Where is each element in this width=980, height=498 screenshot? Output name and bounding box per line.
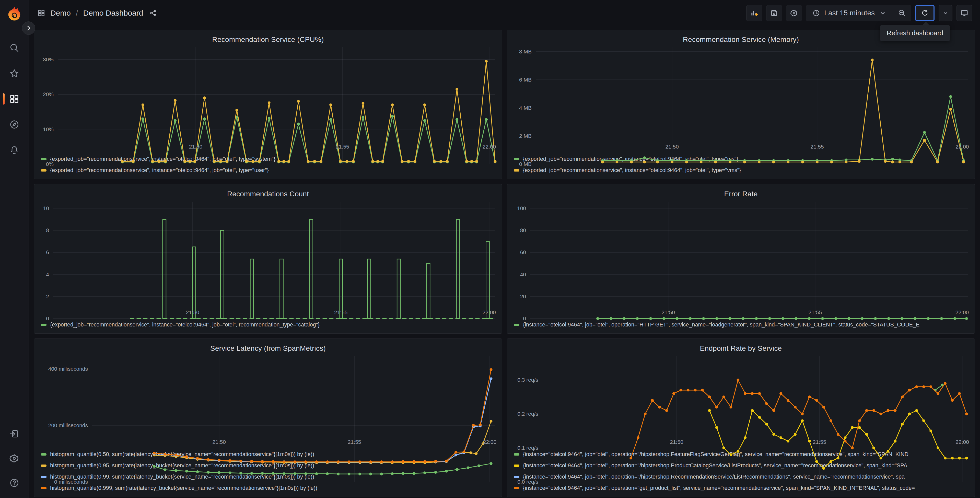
x-tick-label: 21:50 <box>189 144 203 150</box>
y-tick-label: 6 <box>46 249 49 255</box>
y-tick-label: 8 <box>46 227 49 233</box>
panel-title[interactable]: Recommendations Count <box>41 190 495 198</box>
refresh-dashboard-button[interactable] <box>915 5 934 21</box>
y-tick-label: 2 <box>46 294 49 300</box>
x-tick-label: 21:50 <box>662 309 675 316</box>
legend-item[interactable]: {instance="otelcol:9464", job="otel", op… <box>514 319 968 330</box>
legend-label: histogram_quantile(0.999, sum(rate(laten… <box>50 485 317 492</box>
alerting-bell-icon[interactable] <box>8 144 20 156</box>
help-icon[interactable] <box>8 477 20 489</box>
refresh-interval-dropdown[interactable] <box>939 5 952 21</box>
time-picker-group: Last 15 minutes <box>806 5 911 21</box>
active-indicator <box>3 93 5 105</box>
panel-title[interactable]: Recommendation Service (CPU%) <box>41 35 495 44</box>
x-tick-label: 21:50 <box>665 144 679 150</box>
chart-canvas[interactable] <box>53 202 495 319</box>
y-tick-label: 60 <box>520 249 526 255</box>
save-dashboard-button[interactable] <box>766 5 782 21</box>
x-tick-label: 21:55 <box>336 144 349 150</box>
breadcrumb-section[interactable]: Demo <box>50 9 71 18</box>
breadcrumb: Demo / Demo Dashboard <box>38 9 157 18</box>
dashboard-settings-button[interactable] <box>786 5 802 21</box>
dashboard-toolbar: Last 15 minutes <box>746 5 972 21</box>
legend-swatch <box>514 464 519 467</box>
y-tick-label: 100 <box>517 205 526 211</box>
sidebar-nav <box>8 42 20 156</box>
grafana-logo-icon[interactable] <box>6 6 22 22</box>
tooltip-arrow <box>922 22 929 29</box>
legend-swatch <box>514 476 519 478</box>
starred-icon[interactable] <box>8 67 20 79</box>
monitor-icon <box>960 9 969 17</box>
explore-compass-icon[interactable] <box>8 119 20 130</box>
x-tick-label: 22:00 <box>956 144 969 150</box>
breadcrumb-separator: / <box>76 9 78 18</box>
y-tick-label: 6 MB <box>519 77 531 83</box>
legend-swatch <box>514 169 519 172</box>
cpu-chart: 0%10%20%30%21:5021:5522:00 <box>41 47 495 152</box>
settings-gear-icon[interactable] <box>8 452 20 464</box>
x-tick-label: 22:00 <box>956 309 969 316</box>
legend-label: {exported_job="recommendationservice", i… <box>523 167 741 174</box>
y-tick-label: 400 milliseconds <box>48 366 88 372</box>
x-tick-label: 21:50 <box>186 309 199 316</box>
sign-in-icon[interactable] <box>8 428 20 440</box>
dashboards-grid-icon <box>38 9 45 17</box>
search-icon[interactable] <box>8 42 20 54</box>
memory-chart: 0 MB2 MB4 MB6 MB8 MB21:5021:5522:00 <box>514 47 968 152</box>
y-tick-label: 200 milliseconds <box>48 422 88 428</box>
tooltip-text: Refresh dashboard <box>887 29 943 37</box>
y-tick-label: 0.2 req/s <box>517 411 538 417</box>
legend-label: {instance="otelcol:9464", job="otel", op… <box>523 322 920 328</box>
legend-item[interactable]: histogram_quantile(0.999, sum(rate(laten… <box>41 482 495 494</box>
panel-title[interactable]: Endpoint Rate by Service <box>514 344 968 353</box>
y-tick-label: 4 MB <box>519 105 531 111</box>
panel-title[interactable]: Error Rate <box>514 190 968 198</box>
panel-title[interactable]: Service Latency (from SpanMetrics) <box>41 344 495 353</box>
chart-canvas[interactable] <box>542 356 968 482</box>
cycle-view-mode-button[interactable] <box>956 5 972 21</box>
x-tick-label: 21:55 <box>348 439 361 445</box>
x-tick-label: 22:00 <box>956 439 969 445</box>
legend-item[interactable]: {exported_job="recommendationservice", i… <box>41 319 495 330</box>
latency-chart: 0 milliseconds200 milliseconds400 millis… <box>41 356 495 447</box>
x-tick-label: 21:50 <box>670 439 683 445</box>
x-tick-label: 22:00 <box>482 309 496 316</box>
legend-swatch <box>514 487 519 489</box>
sidebar-item-dashboards[interactable] <box>8 93 20 105</box>
legend-item[interactable]: {instance="otelcol:9464", job="otel", op… <box>514 482 968 494</box>
time-range-picker[interactable]: Last 15 minutes <box>806 5 892 21</box>
sidebar-bottom <box>8 428 20 489</box>
chart-canvas[interactable] <box>92 356 495 482</box>
chevron-down-icon <box>942 10 949 16</box>
chevron-right-icon <box>25 25 32 32</box>
legend-label: {exported_job="recommendationservice", i… <box>50 322 320 328</box>
y-tick-label: 0 <box>46 316 49 322</box>
add-panel-button[interactable] <box>746 5 762 21</box>
panel-error-rate: Error Rate 02040608010021:5021:5522:00 {… <box>507 184 975 334</box>
count-legend: {exported_job="recommendationservice", i… <box>41 317 495 330</box>
chevron-down-icon <box>879 9 886 17</box>
y-tick-label: 0 milliseconds <box>54 479 88 485</box>
zoom-out-button[interactable] <box>893 5 911 21</box>
legend-swatch <box>41 453 46 456</box>
y-tick-label: 10% <box>43 126 54 132</box>
y-tick-label: 8 MB <box>519 49 531 55</box>
clock-icon <box>812 9 820 17</box>
share-dashboard-icon[interactable] <box>150 9 157 17</box>
x-tick-label: 22:00 <box>483 439 496 445</box>
sidebar-expand-button[interactable] <box>22 21 35 35</box>
top-header: Demo / Demo Dashboard <box>29 0 980 26</box>
refresh-tooltip: Refresh dashboard <box>880 25 950 41</box>
y-tick-label: 20% <box>43 91 54 97</box>
x-tick-label: 22:00 <box>483 144 496 150</box>
chart-canvas[interactable] <box>530 202 968 319</box>
breadcrumb-page-title[interactable]: Demo Dashboard <box>83 9 143 18</box>
endpoint-rate-chart: 0.0 req/s0.1 req/s0.2 req/s0.3 req/s21:5… <box>514 356 968 447</box>
legend-item[interactable]: {exported_job="recommendationservice", i… <box>41 164 495 176</box>
dashboard-grid: Recommendation Service (CPU%) 0%10%20%30… <box>29 26 980 498</box>
y-tick-label: 2 MB <box>519 133 531 139</box>
legend-item[interactable]: {exported_job="recommendationservice", i… <box>514 164 968 176</box>
legend-swatch <box>41 158 46 160</box>
legend-swatch <box>41 169 46 172</box>
